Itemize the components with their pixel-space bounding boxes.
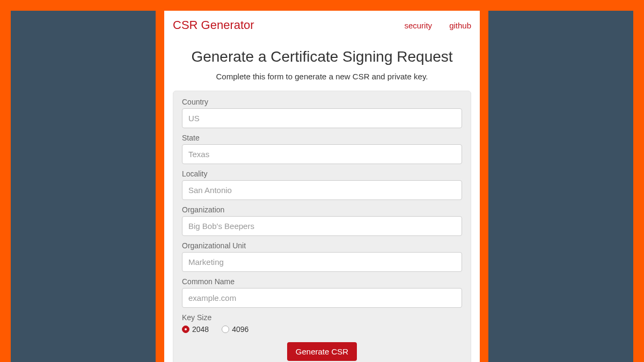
field-locality: Locality: [182, 169, 462, 200]
field-country: Country: [182, 98, 462, 128]
navbar: CSR Generator security github: [173, 18, 471, 32]
radio-label-4096: 4096: [232, 325, 248, 334]
radio-label-2048: 2048: [192, 325, 209, 334]
right-side-panel: [488, 11, 633, 362]
outer-frame: CSR Generator security github Generate a…: [11, 11, 633, 362]
label-locality: Locality: [182, 169, 462, 178]
input-organization[interactable]: [182, 216, 462, 236]
label-key-size: Key Size: [182, 313, 462, 322]
label-organization: Organization: [182, 205, 462, 214]
left-side-panel: [11, 11, 156, 362]
nav-links: security github: [404, 21, 471, 30]
generate-csr-button[interactable]: Generate CSR: [287, 342, 357, 361]
radio-icon-selected: [182, 326, 189, 333]
main-panel: CSR Generator security github Generate a…: [164, 11, 480, 362]
field-state: State: [182, 134, 462, 164]
label-organizational-unit: Organizational Unit: [182, 241, 462, 250]
input-country[interactable]: [182, 108, 462, 128]
field-key-size: Key Size 2048 4096: [182, 313, 462, 334]
field-organization: Organization: [182, 205, 462, 236]
field-organizational-unit: Organizational Unit: [182, 241, 462, 272]
nav-link-github[interactable]: github: [449, 21, 471, 30]
page-subtitle: Complete this form to generate a new CSR…: [173, 72, 471, 81]
page-title: Generate a Certificate Signing Request: [173, 48, 471, 65]
label-common-name: Common Name: [182, 277, 462, 286]
input-common-name[interactable]: [182, 288, 462, 308]
field-common-name: Common Name: [182, 277, 462, 308]
submit-row: Generate CSR: [182, 342, 462, 361]
radio-4096[interactable]: 4096: [222, 325, 248, 334]
input-locality[interactable]: [182, 180, 462, 200]
input-organizational-unit[interactable]: [182, 252, 462, 272]
brand-title[interactable]: CSR Generator: [173, 18, 254, 32]
label-state: State: [182, 134, 462, 142]
radio-icon-unselected: [222, 326, 229, 333]
radio-2048[interactable]: 2048: [182, 325, 209, 334]
input-state[interactable]: [182, 144, 462, 164]
label-country: Country: [182, 98, 462, 106]
key-size-options: 2048 4096: [182, 325, 462, 334]
form-well: Country State Locality Organization Orga…: [173, 91, 471, 362]
nav-link-security[interactable]: security: [404, 21, 432, 30]
